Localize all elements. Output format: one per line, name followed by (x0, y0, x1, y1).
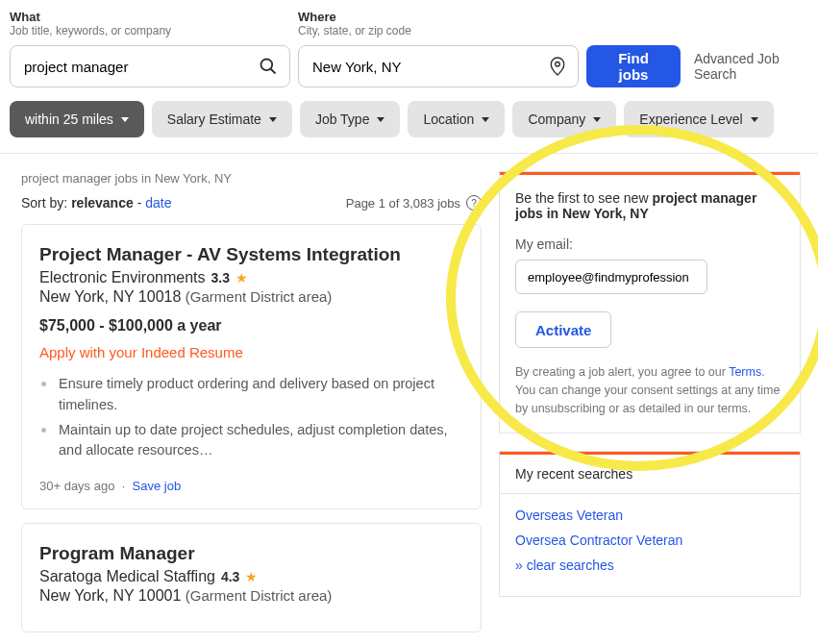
chevron-down-icon (751, 117, 758, 122)
recent-search-link[interactable]: Overseas Veteran (515, 508, 784, 523)
job-area: (Garment District area) (186, 587, 333, 604)
star-icon: ★ (235, 270, 248, 285)
job-alert-panel: Be the first to see new project manager … (499, 171, 801, 433)
sort-date[interactable]: date (145, 195, 171, 211)
recent-header: My recent searches (500, 452, 800, 494)
find-jobs-button[interactable]: Find jobs (586, 45, 681, 87)
where-input-wrap[interactable] (298, 45, 579, 87)
save-job-link[interactable]: Save job (133, 479, 182, 493)
company-rating: 4.3 (221, 569, 239, 584)
what-label: What (10, 10, 298, 24)
where-label: Where (298, 10, 586, 24)
page-info: Page 1 of 3,083 jobs (346, 196, 460, 211)
job-title[interactable]: Program Manager (39, 543, 463, 564)
filter-within-25-miles[interactable]: within 25 miles (10, 101, 144, 137)
job-location: New York, NY 10001 (39, 587, 181, 604)
filter-company[interactable]: Company (512, 101, 616, 137)
chevron-down-icon (482, 117, 489, 122)
chevron-down-icon (121, 117, 129, 122)
filter-bar: within 25 milesSalary EstimateJob TypeLo… (0, 87, 818, 154)
what-sublabel: Job title, keywords, or company (10, 24, 298, 37)
filter-salary-estimate[interactable]: Salary Estimate (152, 101, 292, 137)
job-salary: $75,000 - $100,000 a year (39, 317, 463, 334)
sort-controls: Sort by: relevance - date (21, 195, 171, 211)
help-icon[interactable]: ? (466, 195, 482, 211)
location-icon (549, 56, 566, 77)
job-title[interactable]: Project Manager - AV Systems Integration (39, 244, 463, 265)
job-location: New York, NY 10018 (39, 288, 181, 305)
filter-experience-level[interactable]: Experience Level (624, 101, 773, 137)
what-input[interactable] (24, 59, 247, 75)
alert-disclaimer: By creating a job alert, you agree to ou… (515, 363, 784, 417)
results-summary: project manager jobs in New York, NY (21, 171, 482, 186)
terms-link[interactable]: Terms (729, 365, 761, 379)
svg-point-0 (261, 60, 273, 71)
job-bullets: Ensure timely product ordering and deliv… (39, 374, 463, 461)
where-sublabel: City, state, or zip code (298, 24, 586, 37)
recent-search-link[interactable]: Oversea Contractor Veteran (515, 533, 784, 548)
svg-point-2 (556, 62, 560, 67)
activate-button[interactable]: Activate (515, 311, 611, 348)
advanced-search-link[interactable]: Advanced Job Search (694, 51, 808, 82)
job-area: (Garment District area) (186, 288, 333, 305)
search-section: What Job title, keywords, or company Whe… (0, 0, 818, 87)
star-icon: ★ (245, 569, 258, 584)
chevron-down-icon (593, 117, 601, 122)
company-name[interactable]: Electronic Environments (39, 269, 206, 286)
company-rating: 3.3 (211, 270, 230, 285)
chevron-down-icon (377, 117, 384, 122)
filter-location[interactable]: Location (408, 101, 505, 137)
email-input[interactable] (515, 260, 707, 294)
email-label: My email: (515, 236, 784, 252)
job-card[interactable]: Program Manager Saratoga Medical Staffin… (21, 523, 482, 632)
posted-age: 30+ days ago (39, 479, 114, 493)
apply-link[interactable]: Apply with your Indeed Resume (39, 344, 463, 360)
svg-line-1 (271, 69, 276, 74)
sort-relevance[interactable]: relevance (71, 195, 134, 211)
company-name[interactable]: Saratoga Medical Staffing (39, 568, 215, 585)
search-icon (259, 57, 278, 76)
where-input[interactable] (312, 59, 535, 75)
clear-searches-link[interactable]: » clear searches (515, 557, 784, 573)
what-input-wrap[interactable] (10, 45, 290, 87)
chevron-down-icon (269, 117, 277, 122)
recent-searches-panel: My recent searches Overseas Veteran Over… (499, 451, 801, 597)
filter-job-type[interactable]: Job Type (300, 101, 401, 137)
job-card[interactable]: Project Manager - AV Systems Integration… (21, 224, 482, 509)
